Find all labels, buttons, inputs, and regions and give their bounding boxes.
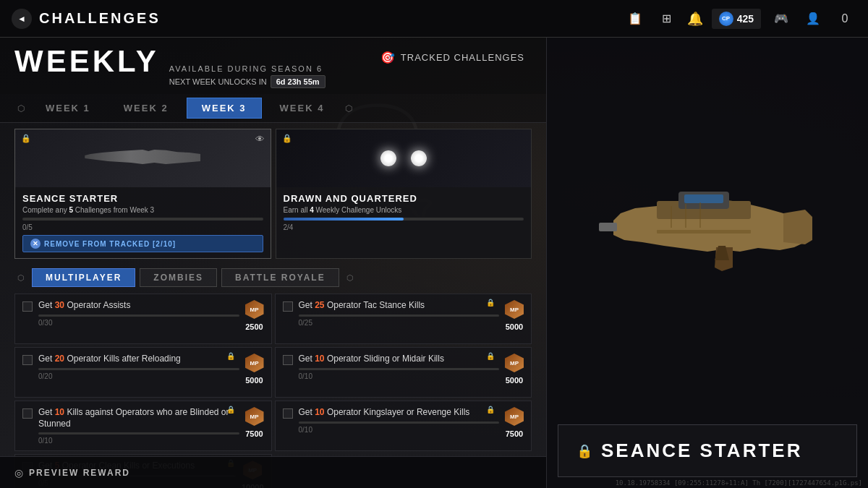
page-wrapper: ◄ CHALLENGES 📋 ⊞ 🔔 CP 425 🎮 👤 0 WEEKLY [0,0,868,488]
controller-icon[interactable]: 🎮 [770,7,793,30]
week-tab-4[interactable]: WEEK 4 [265,98,340,119]
preview-reward-bar[interactable]: ◎ PREVIEW REWARD [0,456,546,488]
challenge-title-2: Get 25 Operator Tac Stance Kills [299,300,500,312]
currency-display: CP 425 [712,9,761,29]
week-tab-3[interactable]: WEEK 3 [187,98,262,119]
xp-value-5: 7500 [245,429,263,438]
profile-icon[interactable]: 👤 [801,7,825,30]
preview-icon: ◎ [14,467,23,479]
challenge-item-blinded-kills: 🔒 Get 10 Kills against Operators who are… [14,401,272,451]
xp-value-6: 7500 [506,429,523,438]
challenge-item-reload-kills: 🔒 Get 20 Operator Kills after Reloading … [14,347,272,398]
remove-x-icon: ✕ [30,239,41,249]
mode-tab-zombies[interactable]: ZOMBIES [140,268,217,287]
mode-tab-multiplayer[interactable]: MULTIPLAYER [32,268,135,287]
left-panel: WEEKLY AVAILABLE DURING SEASON 6 NEXT WE… [0,38,546,488]
xp-value-1: 2500 [245,322,263,331]
xp-icon-3: MP [245,354,264,372]
seance-lock-icon: 🔒 [21,134,31,143]
notification-icon[interactable]: 🔔 [687,11,703,27]
drawn-lock-icon: 🔒 [282,134,292,143]
clipboard-icon[interactable]: 📋 [624,7,647,30]
week-tab-1[interactable]: WEEK 1 [30,98,106,119]
challenge-title-6: Get 10 Operator Kingslayer or Revenge Ki… [299,407,500,419]
challenge-reward-6: MP 7500 [505,407,524,438]
svg-rect-2 [684,194,723,203]
tracked-challenges-button[interactable]: 🎯 TRACKED CHALLENGES [373,46,532,69]
xp-icon-5: MP [245,407,264,426]
drawn-card-title: DRAWN AND QUARTERED [284,193,524,204]
skull-eye-right [411,150,427,166]
seance-progress-bar [22,218,263,221]
challenge-progress-track-2 [299,314,500,317]
back-button[interactable]: ◄ [12,9,32,29]
challenge-checkbox-2[interactable] [283,301,293,312]
challenge-title-3: Get 20 Operator Kills after Reloading [38,354,239,365]
challenge-reward-5: MP 7500 [245,407,264,438]
xp-value-2: 5000 [506,322,523,331]
remove-tracked-button[interactable]: ✕ REMOVE FROM TRACKED [2/10] [22,235,263,252]
timer-label: NEXT WEEK UNLOCKS IN [169,77,267,86]
challenge-progress-track-6 [299,421,500,424]
mode-tab-battle-royale[interactable]: BATTLE ROYALE [221,268,339,287]
challenge-count-1: 0/30 [38,319,239,327]
gun-svg [599,188,816,275]
xp-value-3: 5000 [245,376,263,385]
reward-name-text: SEANCE STARTER [601,440,802,462]
right-panel: 🔒 SEANCE STARTER [546,38,868,488]
gun-display [599,188,816,275]
xp-icon-2: MP [505,300,524,319]
grid-icon[interactable]: ⊞ [655,7,678,30]
challenge-lock-4: 🔒 [486,352,495,360]
challenge-reward-2: MP 5000 [505,300,524,331]
xp-icon-6: MP [505,407,524,426]
challenge-checkbox-3[interactable] [22,355,33,365]
top-nav-right: 📋 ⊞ 🔔 CP 425 🎮 👤 0 [624,7,856,30]
challenge-checkbox-1[interactable] [22,301,33,312]
challenge-lock-5: 🔒 [226,406,235,414]
challenge-checkbox-5[interactable] [22,408,33,419]
challenge-info-4: 🔒 Get 10 Operator Sliding or Midair Kill… [299,354,500,380]
seance-card-title: SEANCE STARTER [22,193,263,204]
challenge-item-assists: Get 30 Operator Assists 0/30 MP 2500 [14,294,272,344]
challenge-reward-4: MP 5000 [505,354,524,385]
remove-tracked-label: REMOVE FROM TRACKED [2/10] [44,240,176,248]
reward-name-box: 🔒 SEANCE STARTER [558,424,857,477]
xp-value-4: 5000 [506,376,523,385]
challenge-lock-3: 🔒 [226,352,235,360]
drawn-progress-bar [284,218,524,221]
cp-icon: CP [719,12,733,26]
drawn-card-body: DRAWN AND QUARTERED Earn all 4 Weekly Ch… [276,187,532,237]
challenge-count-2: 0/25 [299,319,500,327]
challenge-lock-6: 🔒 [486,406,495,414]
challenge-info-3: 🔒 Get 20 Operator Kills after Reloading … [38,354,239,380]
week-tab-2[interactable]: WEEK 2 [109,98,184,119]
friend-count: 0 [833,7,856,30]
challenge-lock-2: 🔒 [486,299,495,307]
challenge-info-1: Get 30 Operator Assists 0/30 [38,300,239,327]
timer-value: 6d 23h 55m [271,75,326,88]
seance-card-body: SEANCE STARTER Complete any 5 Challenges… [15,187,271,258]
challenge-count-5: 0/10 [38,437,239,445]
tracked-label: TRACKED CHALLENGES [401,52,524,63]
challenge-reward-3: MP 5000 [245,354,264,385]
skull-eyes [380,150,427,166]
challenge-title-4: Get 10 Operator Sliding or Midair Kills [299,354,500,365]
seance-eye-icon[interactable]: 👁 [255,134,265,145]
tracked-icon: 🎯 [380,51,396,64]
seance-card-image [15,129,271,187]
week-tabs: ⬡ WEEK 1 WEEK 2 WEEK 3 WEEK 4 ⬡ [0,94,546,123]
challenge-count-3: 0/20 [38,372,239,380]
top-nav-left: ◄ CHALLENGES [12,9,161,29]
svg-rect-4 [657,230,751,234]
weekly-title: WEEKLY [14,46,159,77]
challenge-count-4: 0/10 [299,372,500,380]
challenge-checkbox-4[interactable] [283,355,293,365]
week-tab-left-icon: ⬡ [17,103,25,114]
challenge-checkbox-6[interactable] [283,408,293,419]
drawn-card-desc: Earn all 4 Weekly Challenge Unlocks [284,206,524,214]
challenge-progress-track-4 [299,368,500,370]
challenge-info-2: 🔒 Get 25 Operator Tac Stance Kills 0/25 [299,300,500,327]
drawn-quartered-card: 🔒 DRAWN AND QUARTERED Earn all 4 Weekly … [276,129,532,259]
challenge-info-6: 🔒 Get 10 Operator Kingslayer or Revenge … [299,407,500,434]
